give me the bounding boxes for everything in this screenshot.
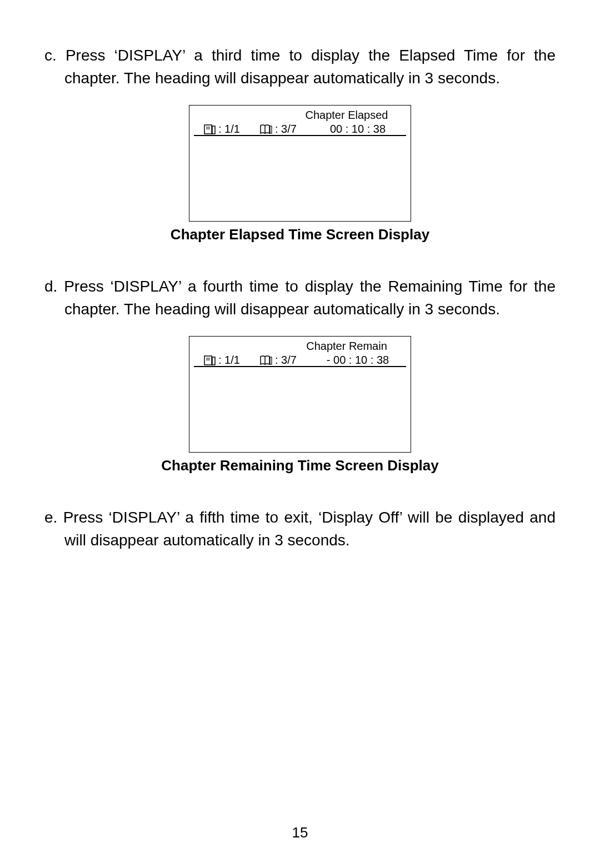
box2-chapter-value: : 3/7: [275, 354, 297, 367]
paragraph-d: d. Press ‘DISPLAY’ a fourth time to disp…: [44, 275, 556, 320]
box1-title-value: : 1/1: [218, 123, 240, 136]
box1-chapter-cell: : 3/7: [259, 123, 297, 136]
svg-rect-4: [270, 126, 272, 133]
title-icon: [204, 124, 216, 135]
svg-rect-8: [212, 357, 215, 365]
paragraph-c: c. Press ‘DISPLAY’ a third time to displ…: [44, 44, 556, 89]
box2-title-cell: : 1/1: [204, 354, 240, 367]
box1-header: Chapter Elapsed: [299, 109, 394, 122]
svg-rect-3: [212, 126, 215, 134]
box1-time-cell: 00 : 10 : 38: [316, 123, 399, 136]
box2-title-value: : 1/1: [218, 354, 240, 367]
box2-header: Chapter Remain: [299, 340, 394, 353]
box1-title-cell: : 1/1: [204, 123, 240, 136]
caption-chapter-elapsed: Chapter Elapsed Time Screen Display: [44, 226, 556, 243]
svg-rect-5: [204, 356, 212, 365]
chapter-elapsed-display-box: Chapter Elapsed : 1/1 : 3: [189, 105, 411, 222]
svg-rect-0: [204, 125, 212, 134]
page-number: 15: [0, 824, 600, 841]
box2-time-cell: - 00 : 10 : 38: [316, 354, 399, 367]
title-icon: [204, 355, 216, 366]
paragraph-e: e. Press ‘DISPLAY’ a fifth time to exit,…: [44, 506, 556, 551]
chapter-icon: [259, 124, 273, 135]
chapter-remain-display-box: Chapter Remain : 1/1 : 3/: [189, 336, 411, 453]
svg-rect-9: [270, 357, 272, 364]
box1-chapter-value: : 3/7: [275, 123, 297, 136]
box2-chapter-cell: : 3/7: [259, 354, 297, 367]
caption-chapter-remain: Chapter Remaining Time Screen Display: [44, 457, 556, 474]
box2-time-value: - 00 : 10 : 38: [327, 354, 389, 367]
chapter-icon: [259, 355, 273, 366]
box1-time-value: 00 : 10 : 38: [330, 123, 386, 136]
